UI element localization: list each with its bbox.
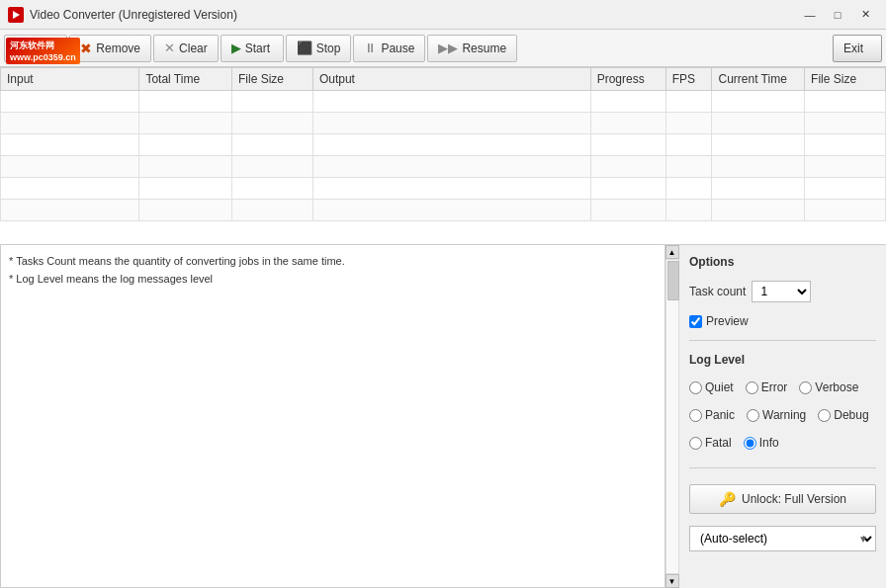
resume-button[interactable]: ▶▶ Resume: [427, 35, 517, 62]
log-line-1: * Tasks Count means the quantity of conv…: [9, 253, 660, 271]
info-label[interactable]: Info: [759, 436, 779, 450]
window-title: Video Converter (Unregistered Version): [30, 8, 237, 22]
error-radio-item: Error: [746, 380, 788, 394]
exit-label: Exit: [843, 42, 863, 55]
col-totaltime-header: Total Time: [139, 68, 232, 91]
log-level-row1: Quiet Error Verbose: [689, 380, 876, 394]
clear-label: Clear: [179, 42, 208, 55]
debug-radio-item: Debug: [818, 408, 868, 422]
log-line-2: * Log Level means the log messages level: [9, 271, 660, 289]
table-row: [1, 178, 886, 200]
warning-radio-item: Warning: [747, 408, 806, 422]
table-row: [1, 91, 886, 113]
quiet-label[interactable]: Quiet: [705, 380, 734, 394]
fatal-radio-item: Fatal: [689, 436, 732, 450]
main-area: Input Total Time File Size Output Progre…: [0, 67, 886, 588]
quiet-radio[interactable]: [689, 381, 702, 394]
col-input-header: Input: [1, 68, 139, 91]
pause-button[interactable]: ⏸ Pause: [353, 35, 425, 62]
watermark-line1: 河东软件网: [10, 40, 76, 52]
clear-icon: ✕: [164, 41, 175, 55]
minimize-button[interactable]: —: [797, 5, 823, 25]
warning-radio[interactable]: [747, 409, 759, 422]
options-separator: [689, 340, 876, 341]
table-row: [1, 113, 886, 134]
log-scrollbar[interactable]: ▲ ▼: [664, 245, 678, 588]
info-radio[interactable]: [744, 437, 756, 450]
debug-radio[interactable]: [818, 409, 831, 422]
options-panel: Options Task count 1 2 3 4 Preview Log L…: [678, 245, 886, 588]
resume-icon: ▶▶: [438, 41, 458, 55]
log-level-row2: Panic Warning Debug: [689, 408, 876, 422]
col-progress-header: Progress: [590, 68, 665, 91]
task-count-select[interactable]: 1 2 3 4: [752, 281, 811, 302]
options-title: Options: [689, 255, 876, 269]
file-table: Input Total Time File Size Output Progre…: [0, 67, 886, 221]
watermark-line2: www.pc0359.cn: [10, 52, 76, 62]
stop-label: Stop: [316, 42, 341, 55]
file-table-container: Input Total Time File Size Output Progre…: [0, 67, 886, 245]
error-label[interactable]: Error: [761, 380, 788, 394]
resume-label: Resume: [462, 42, 506, 55]
title-bar: Video Converter (Unregistered Version) —…: [0, 0, 886, 30]
stop-button[interactable]: ⬛ Stop: [286, 35, 352, 62]
info-radio-item: Info: [744, 436, 779, 450]
log-area: * Tasks Count means the quantity of conv…: [0, 245, 678, 588]
panic-radio[interactable]: [689, 409, 702, 422]
task-count-row: Task count 1 2 3 4: [689, 281, 876, 302]
start-label: Start: [245, 42, 270, 55]
bottom-area: * Tasks Count means the quantity of conv…: [0, 245, 886, 588]
scroll-thumb[interactable]: [667, 261, 679, 300]
window-controls: — □ ✕: [797, 5, 878, 25]
task-count-label: Task count: [689, 285, 746, 298]
table-row: [1, 134, 886, 156]
remove-button[interactable]: ✖ Remove: [69, 35, 151, 62]
toolbar: ➕ Add 河东软件网 www.pc0359.cn ✖ Remove ✕ Cle…: [0, 30, 886, 67]
col-output-header: Output: [312, 68, 590, 91]
close-button[interactable]: ✕: [852, 5, 878, 25]
start-button[interactable]: ▶ Start: [221, 35, 284, 62]
watermark: 河东软件网 www.pc0359.cn: [6, 38, 80, 64]
preview-label[interactable]: Preview: [706, 314, 749, 328]
clear-button[interactable]: ✕ Clear: [153, 35, 219, 62]
col-filesize2-header: File Size: [805, 68, 886, 91]
stop-icon: ⬛: [297, 41, 312, 55]
pause-icon: ⏸: [364, 41, 377, 55]
log-panel: * Tasks Count means the quantity of conv…: [0, 245, 678, 588]
scroll-up-button[interactable]: ▲: [665, 245, 679, 259]
title-bar-left: Video Converter (Unregistered Version): [8, 7, 237, 23]
log-level-title: Log Level: [689, 353, 876, 367]
verbose-radio[interactable]: [799, 381, 812, 394]
app-icon: [8, 7, 24, 23]
watermark-area: ➕ Add 河东软件网 www.pc0359.cn: [4, 35, 67, 62]
unlock-label: Unlock: Full Version: [742, 492, 846, 506]
table-row: [1, 156, 886, 178]
remove-label: Remove: [96, 42, 140, 55]
maximize-button[interactable]: □: [825, 5, 850, 25]
panic-label[interactable]: Panic: [705, 408, 735, 422]
auto-select-row: (Auto-select) H.264 H.265 VP9 ▼: [689, 526, 876, 551]
preview-row: Preview: [689, 314, 876, 328]
debug-label[interactable]: Debug: [834, 408, 868, 422]
remove-icon: ✖: [80, 41, 92, 56]
auto-select-dropdown[interactable]: (Auto-select) H.264 H.265 VP9: [689, 526, 876, 551]
col-currenttime-header: Current Time: [712, 68, 805, 91]
warning-label[interactable]: Warning: [762, 408, 806, 422]
preview-checkbox[interactable]: [689, 315, 702, 328]
verbose-label[interactable]: Verbose: [815, 380, 858, 394]
unlock-button[interactable]: 🔑 Unlock: Full Version: [689, 484, 876, 514]
verbose-radio-item: Verbose: [799, 380, 858, 394]
panic-radio-item: Panic: [689, 408, 735, 422]
exit-button[interactable]: Exit: [833, 35, 882, 62]
fatal-label[interactable]: Fatal: [705, 436, 732, 450]
start-icon: ▶: [231, 41, 241, 55]
key-icon: 🔑: [719, 491, 736, 507]
scroll-down-button[interactable]: ▼: [665, 574, 679, 588]
col-fps-header: FPS: [665, 68, 712, 91]
pause-label: Pause: [381, 42, 414, 55]
quiet-radio-item: Quiet: [689, 380, 734, 394]
table-header-row: Input Total Time File Size Output Progre…: [1, 68, 886, 91]
unlock-separator: [689, 467, 876, 468]
error-radio[interactable]: [746, 381, 758, 394]
fatal-radio[interactable]: [689, 437, 702, 450]
